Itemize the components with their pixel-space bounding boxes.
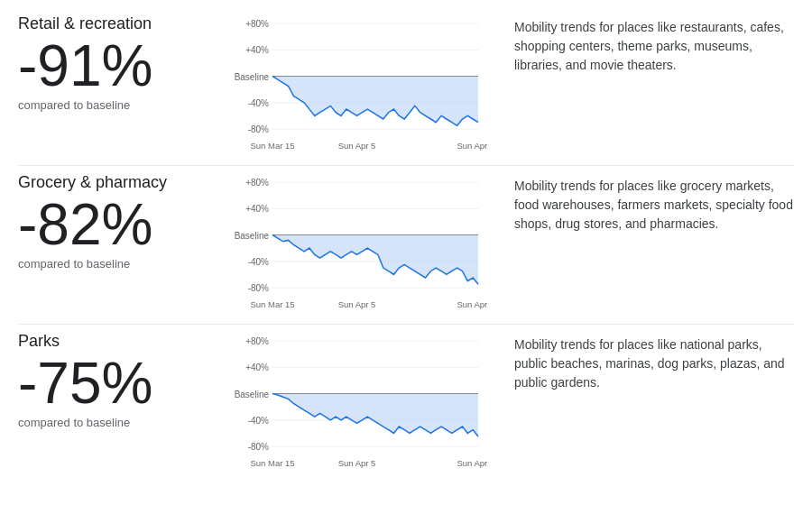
svg-text:Sun Apr 5: Sun Apr 5 [338, 458, 376, 468]
svg-text:+80%: +80% [245, 178, 269, 188]
svg-text:Sun Apr 26: Sun Apr 26 [457, 458, 487, 468]
svg-text:Baseline: Baseline [235, 231, 270, 241]
chart-col-retail: +80%+40%Baseline-40%-80% Sun Mar 15Sun A… [217, 14, 496, 158]
big-number-parks: -75% [18, 354, 208, 412]
section-retail: Retail & recreation -91% compared to bas… [18, 14, 794, 166]
chart-col-parks: +80%+40%Baseline-40%-80% Sun Mar 15Sun A… [217, 332, 496, 475]
section-grocery: Grocery & pharmacy -82% compared to base… [18, 173, 794, 325]
svg-text:+40%: +40% [245, 45, 269, 55]
description-col-retail: Mobility trends for places like restaura… [496, 14, 794, 75]
category-title-retail: Retail & recreation [18, 14, 208, 33]
svg-text:-40%: -40% [248, 416, 269, 426]
description-col-grocery: Mobility trends for places like grocery … [496, 173, 794, 234]
svg-text:Baseline: Baseline [235, 390, 270, 399]
compared-label-retail: compared to baseline [18, 98, 208, 112]
svg-text:-80%: -80% [248, 283, 269, 293]
big-number-retail: -91% [18, 37, 208, 95]
svg-text:+80%: +80% [245, 19, 269, 29]
description-col-parks: Mobility trends for places like national… [496, 332, 794, 392]
svg-text:+40%: +40% [245, 363, 269, 372]
left-col-retail: Retail & recreation -91% compared to bas… [18, 14, 217, 112]
svg-text:-40%: -40% [248, 98, 269, 108]
compared-label-grocery: compared to baseline [18, 257, 208, 271]
section-parks: Parks -75% compared to baseline +80%+40%… [18, 332, 794, 482]
svg-text:-40%: -40% [248, 257, 269, 267]
svg-text:Sun Mar 15: Sun Mar 15 [250, 458, 294, 468]
svg-text:-80%: -80% [248, 442, 269, 452]
svg-text:+40%: +40% [245, 204, 269, 214]
svg-text:Sun Apr 5: Sun Apr 5 [338, 299, 376, 309]
chart-col-grocery: +80%+40%Baseline-40%-80% Sun Mar 15Sun A… [217, 173, 496, 317]
svg-text:+80%: +80% [245, 336, 269, 346]
compared-label-parks: compared to baseline [18, 416, 208, 429]
main-container: Retail & recreation -91% compared to bas… [0, 0, 812, 504]
svg-text:Baseline: Baseline [235, 72, 270, 82]
category-title-parks: Parks [18, 332, 208, 351]
svg-text:Sun Apr 5: Sun Apr 5 [338, 141, 376, 151]
svg-text:Sun Mar 15: Sun Mar 15 [250, 299, 294, 309]
svg-text:Sun Mar 15: Sun Mar 15 [250, 141, 294, 151]
category-title-grocery: Grocery & pharmacy [18, 173, 208, 192]
svg-text:Sun Apr 26: Sun Apr 26 [457, 141, 487, 151]
svg-text:-80%: -80% [248, 124, 269, 134]
svg-text:Sun Apr 26: Sun Apr 26 [457, 299, 487, 309]
left-col-parks: Parks -75% compared to baseline [18, 332, 217, 429]
big-number-grocery: -82% [18, 196, 208, 253]
left-col-grocery: Grocery & pharmacy -82% compared to base… [18, 173, 217, 271]
